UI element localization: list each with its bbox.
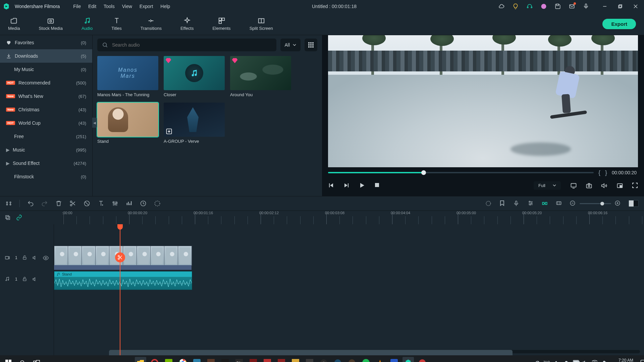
audio-card[interactable]: Closer [164,56,225,97]
split-icon[interactable] [69,200,76,207]
lightbulb-icon[interactable] [513,3,519,9]
prev-frame-icon[interactable] [328,182,334,188]
audio-track-icon[interactable] [5,277,10,282]
video-track-icon[interactable] [5,255,10,261]
save-icon[interactable] [555,3,561,9]
menu-help[interactable]: Help [160,4,170,9]
app-icon[interactable] [388,357,400,362]
menu-export[interactable]: Export [140,4,153,9]
close-icon[interactable] [633,3,639,9]
audio-card[interactable]: A-GROUP - Verve [164,103,225,144]
audio-clip[interactable]: Stand [54,271,192,290]
sidebar-item-downloads[interactable]: Downloads(5) [0,49,92,63]
onedrive-icon[interactable] [601,360,606,362]
preview-scrub[interactable] [328,172,594,173]
tab-transitions[interactable]: Transitions [139,15,163,33]
zoom-slider[interactable] [580,203,611,204]
headset-icon[interactable] [527,3,533,9]
app-icon[interactable] [346,357,358,362]
app-icon[interactable] [248,357,259,362]
wifi-icon[interactable] [592,360,597,362]
sidebar-item-what-s-new[interactable]: NewWhat's New(67) [0,89,92,103]
preview-quality[interactable]: Full [534,181,561,190]
mixer-icon[interactable] [527,200,534,207]
undo-icon[interactable] [27,200,34,207]
app-icon[interactable] [332,357,343,362]
tab-elements[interactable]: Elements [211,15,232,33]
mute-icon[interactable] [33,255,38,261]
sidebar-item-music[interactable]: ▶Music(995) [0,143,92,157]
mark-in-icon[interactable]: { [598,169,600,176]
app-icon[interactable] [304,357,315,362]
adjust-icon[interactable] [112,200,118,207]
tab-titles[interactable]: Titles [110,15,123,33]
menu-view[interactable]: View [122,4,132,9]
tab-split-screen[interactable]: Split Screen [248,15,274,33]
minimize-icon[interactable] [602,3,608,9]
speed-icon[interactable] [140,200,147,207]
settings-icon[interactable] [5,200,12,207]
text-icon[interactable] [98,200,104,207]
volume-icon[interactable] [601,182,607,188]
sidebar-item-favorites[interactable]: Favorites(0) [0,36,92,49]
mic2-icon[interactable] [583,3,589,9]
app-icon[interactable] [276,357,287,362]
tray-volume-icon[interactable] [582,360,588,362]
stop-icon[interactable] [374,182,380,188]
battery-icon[interactable] [573,360,578,362]
delete-icon[interactable] [55,200,62,207]
search-input[interactable] [111,42,272,48]
timeline-scrollbar[interactable] [109,350,640,353]
tab-media[interactable]: Media [7,15,21,33]
vlc-icon[interactable] [374,357,386,362]
playhead[interactable] [120,224,120,355]
mark-out-icon[interactable]: } [605,169,607,176]
voiceover-icon[interactable] [513,200,520,207]
auto-ripple-icon[interactable] [541,200,548,207]
notifications-icon[interactable]: 2 [640,359,644,362]
filmora-taskbar-icon[interactable] [402,357,414,362]
menu-file[interactable]: File [73,4,81,9]
audio-card[interactable]: Around You [230,56,291,97]
task-view-icon[interactable] [31,357,42,362]
sidebar-item-world-cup[interactable]: HOTWorld Cup(43) [0,116,92,130]
layer-toggle[interactable] [629,200,639,207]
marker-icon[interactable] [499,200,506,207]
filter-dropdown[interactable]: All [280,39,301,51]
color-icon[interactable] [154,200,161,207]
tab-effects[interactable]: Effects [179,15,195,33]
snap-icon[interactable] [555,200,562,207]
sidebar-item-recommended[interactable]: HOTRecommended(500) [0,76,92,89]
start-icon[interactable] [3,357,14,362]
eq-icon[interactable] [126,200,132,207]
sidebar-item-my-music[interactable]: My Music(0) [0,63,92,76]
spotify-icon[interactable] [360,357,372,362]
redo-icon[interactable] [41,200,48,207]
display-icon[interactable] [570,182,576,188]
avatar-icon[interactable] [541,3,547,9]
grid-view-icon[interactable] [305,39,317,51]
lock-icon[interactable] [22,255,28,261]
duplicate-icon[interactable] [5,215,11,221]
snapshot-icon[interactable] [586,182,592,188]
crop-icon[interactable] [84,200,90,207]
app-icon[interactable] [163,357,174,362]
sidebar-item-free[interactable]: Free(251) [0,130,92,143]
search-input-wrap[interactable] [97,39,276,51]
app-icon[interactable] [417,357,428,362]
preview-video[interactable] [328,35,638,167]
search-taskbar-icon[interactable] [17,357,28,362]
tray-cloud-icon[interactable] [564,360,569,362]
export-button[interactable]: Export [602,19,636,29]
tab-audio[interactable]: Audio [80,15,94,33]
audio-card[interactable]: Manos Mars - The Tunning [97,56,158,97]
menu-edit[interactable]: Edit [88,4,96,9]
scissors-icon[interactable] [115,252,125,262]
collapse-sidebar-icon[interactable]: ◀ [92,118,97,128]
pip-icon[interactable] [616,182,623,188]
taskbar-clock[interactable]: 7:20 AM23/12/2022 [613,358,633,362]
play-icon[interactable] [359,182,365,188]
timeline-ruler[interactable]: :00:0000:00:00:2000:00:01:1600:00:02:120… [63,211,644,224]
zoom-out-icon[interactable] [570,200,576,207]
weather-icon[interactable] [534,360,539,362]
